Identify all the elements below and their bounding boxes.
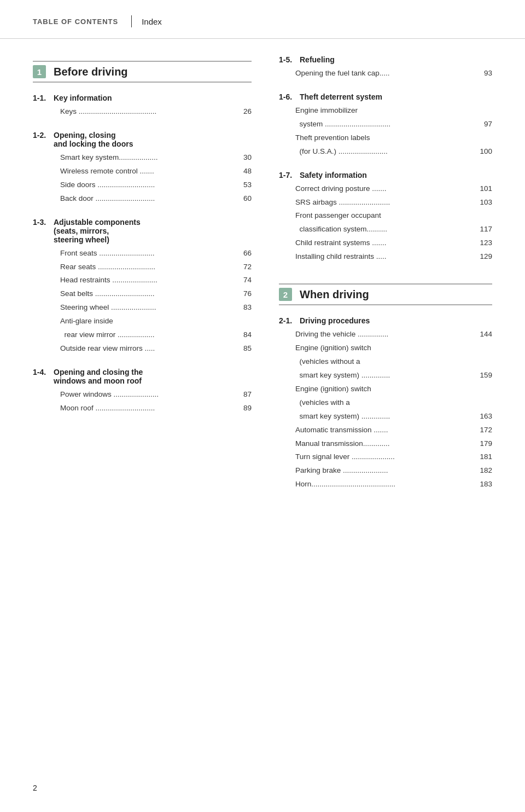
toc-entry-antiglare1: Anti-glare inside (33, 315, 252, 328)
toc-entry-antiglare1-label: Anti-glare inside (60, 316, 235, 327)
subsection-2-1-title: Driving procedures (300, 316, 370, 325)
toc-entry-manualtrans-page: 179 (476, 438, 492, 450)
toc-entry-smartkey-label: Smart key system................... (60, 152, 235, 164)
subsection-1-3-header: 1-3. Adjustable components(seats, mirror… (33, 218, 252, 244)
toc-entry-posture: Correct driving posture ....... 101 (279, 182, 492, 196)
toc-entry-parkingbrake-page: 182 (476, 465, 492, 477)
subsection-1-4: 1-4. Opening and closing thewindows and … (33, 368, 252, 415)
toc-entry-backdoor-page: 60 (235, 193, 252, 205)
subsection-1-2: 1-2. Opening, closingand locking the doo… (33, 131, 252, 206)
toc-entry-ignition2a-label: Engine (ignition) switch (295, 384, 476, 395)
toc-entry-occupant1-label: Front passenger occupant (295, 210, 476, 222)
toc-entry-steeringwheel-page: 83 (235, 302, 252, 314)
subsection-1-7-title: Safety information (300, 171, 367, 179)
subsection-1-6: 1-6. Theft deterrent system Engine immob… (279, 92, 492, 159)
toc-entry-immob1-label: Engine immobilizer (295, 105, 476, 117)
toc-entry-ignition2b: (vehicles with a (279, 396, 492, 410)
header-divider (131, 15, 132, 27)
toc-entry-smartkey: Smart key system................... 30 (33, 151, 252, 165)
toc-entry-ignition1c-page: 159 (476, 370, 492, 381)
subsection-1-1-header: 1-1. Key information (33, 94, 252, 102)
toc-entry-backdoor: Back door ............................. … (33, 192, 252, 206)
toc-entry-occupant1: Front passenger occupant (279, 209, 492, 223)
subsection-1-4-title: Opening and closing thewindows and moon … (54, 368, 143, 385)
toc-entry-immob2: system ................................ … (279, 118, 492, 131)
subsection-1-3-number: 1-3. (33, 218, 54, 244)
toc-entry-fueltank: Opening the fuel tank cap..... 93 (279, 67, 492, 80)
toc-entry-moonroof: Moon roof ............................. … (33, 402, 252, 415)
toc-entry-moonroof-label: Moon roof ............................. (60, 403, 235, 414)
toc-entry-antiglare2-label: rear view mirror .................. (60, 329, 235, 341)
toc-entry-driving: Driving the vehicle ............... 144 (279, 328, 492, 341)
toc-entry-theft2-label: (for U.S.A.) ........................ (295, 146, 476, 158)
section1-title: Before driving (54, 66, 128, 78)
toc-entry-wireless-label: Wireless remote control ....... (60, 166, 235, 177)
section2-badge: 2 (279, 288, 292, 301)
section2-header: 2 When driving (279, 283, 492, 305)
toc-entry-backdoor-label: Back door ............................. (60, 193, 235, 205)
toc-entry-seatbelts-page: 76 (235, 288, 252, 300)
toc-entry-immob1: Engine immobilizer (279, 104, 492, 118)
toc-entry-ignition1c: smart key system) .............. 159 (279, 369, 492, 382)
toc-entry-fueltank-label: Opening the fuel tank cap..... (295, 68, 476, 79)
toc-entry-theft2-page: 100 (476, 146, 492, 158)
toc-entry-driving-page: 144 (476, 329, 492, 340)
toc-entry-installing: Installing child restraints ..... 129 (279, 250, 492, 264)
toc-entry-theft1: Theft prevention labels (279, 131, 492, 145)
subsection-1-2-title: Opening, closingand locking the doors (54, 131, 133, 148)
toc-entry-immob2-page: 97 (476, 119, 492, 130)
toc-entry-headrestraints-label: Head restraints ...................... (60, 275, 235, 286)
toc-entry-seatbelts-label: Seat belts ............................. (60, 288, 235, 300)
toc-entry-childrestraint: Child restraint systems ....... 123 (279, 236, 492, 250)
toc-entry-ignition1b-label: (vehicles without a (295, 356, 476, 368)
toc-entry-steeringwheel-label: Steering wheel ...................... (60, 302, 235, 314)
subsection-2-1-header: 2-1. Driving procedures (279, 316, 492, 325)
toc-entry-airbags-page: 103 (476, 197, 492, 208)
right-column: 1-5. Refueling Opening the fuel tank cap… (268, 55, 492, 503)
toc-entry-parkingbrake: Parking brake ...................... 182 (279, 464, 492, 478)
subsection-1-3: 1-3. Adjustable components(seats, mirror… (33, 218, 252, 356)
toc-entry-antiglare2-page: 84 (235, 329, 252, 341)
toc-entry-antiglare2: rear view mirror .................. 84 (33, 328, 252, 342)
toc-entry-ignition2a: Engine (ignition) switch (279, 382, 492, 396)
toc-entry-turnsignal: Turn signal lever ..................... … (279, 450, 492, 464)
subsection-1-1-number: 1-1. (33, 94, 54, 102)
toc-entry-turnsignal-page: 181 (476, 451, 492, 463)
toc-entry-horn-page: 183 (476, 479, 492, 490)
toc-entry-ignition2c-label: smart key system) .............. (295, 411, 476, 422)
toc-entry-sidedoors-page: 53 (235, 179, 252, 191)
toc-entry-powerwindows-label: Power windows ...................... (60, 389, 235, 401)
subsection-1-6-header: 1-6. Theft deterrent system (279, 92, 492, 101)
section1-badge: 1 (33, 65, 46, 78)
subsection-1-7-header: 1-7. Safety information (279, 171, 492, 179)
toc-entry-powerwindows-page: 87 (235, 389, 252, 401)
subsection-1-2-number: 1-2. (33, 131, 54, 148)
subsection-1-5: 1-5. Refueling Opening the fuel tank cap… (279, 55, 492, 80)
toc-entry-occupant2-label: classification system.......... (295, 224, 476, 235)
toc-entry-sidedoors-label: Side doors ............................ (60, 179, 235, 191)
subsection-1-5-title: Refueling (300, 55, 335, 64)
toc-entry-keys-label: Keys ...................................… (60, 106, 235, 118)
toc-entry-smartkey-page: 30 (235, 152, 252, 164)
toc-entry-driving-label: Driving the vehicle ............... (295, 329, 476, 340)
toc-entry-sidedoors: Side doors ............................ … (33, 178, 252, 192)
toc-entry-horn-label: Horn....................................… (295, 479, 476, 490)
toc-entry-ignition2c: smart key system) .............. 163 (279, 410, 492, 424)
toc-entry-ignition2c-page: 163 (476, 411, 492, 422)
toc-entry-turnsignal-label: Turn signal lever ..................... (295, 451, 476, 463)
toc-entry-frontseats-page: 66 (235, 248, 252, 259)
page-number: 2 (33, 784, 37, 792)
toc-entry-posture-label: Correct driving posture ....... (295, 183, 476, 195)
subsection-1-6-title: Theft deterrent system (300, 92, 382, 101)
toc-entry-rearseats-label: Rear seats ............................ (60, 262, 235, 273)
toc-entry-headrestraints: Head restraints ...................... 7… (33, 274, 252, 287)
toc-entry-steeringwheel: Steering wheel ...................... 83 (33, 301, 252, 315)
subsection-1-5-header: 1-5. Refueling (279, 55, 492, 64)
subsection-1-5-number: 1-5. (279, 55, 300, 64)
toc-entry-moonroof-page: 89 (235, 403, 252, 414)
toc-entry-ignition2b-label: (vehicles with a (295, 397, 476, 409)
toc-entry-parkingbrake-label: Parking brake ...................... (295, 465, 476, 477)
toc-entry-childrestraint-page: 123 (476, 237, 492, 249)
toc-entry-frontseats-label: Front seats ........................... (60, 248, 235, 259)
toc-entry-installing-label: Installing child restraints ..... (295, 251, 476, 263)
